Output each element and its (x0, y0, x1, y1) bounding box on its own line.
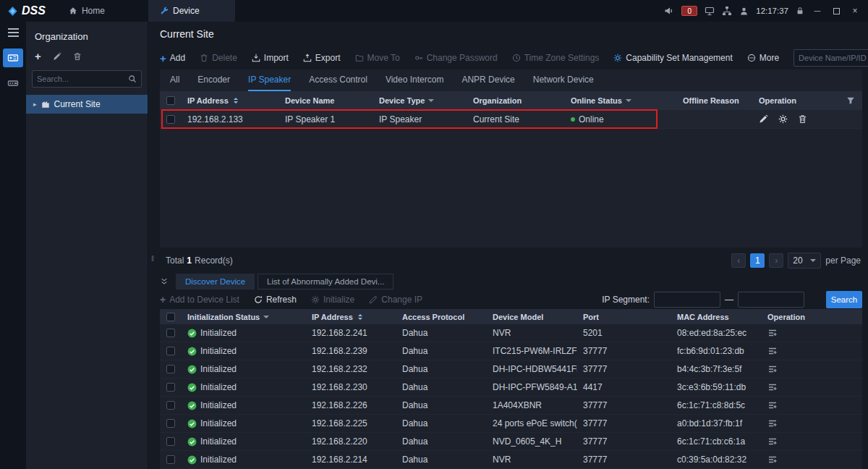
add-to-list-icon[interactable] (767, 455, 778, 465)
delete-button[interactable]: Delete (200, 53, 237, 63)
cell-port: 4417 (577, 382, 671, 392)
next-page-button[interactable]: › (769, 253, 783, 268)
add-to-list-icon[interactable] (767, 346, 778, 356)
col-online-status[interactable]: Online Status (565, 96, 677, 105)
panel-resize-handle[interactable]: ‖ (151, 255, 154, 263)
tab-encoder[interactable]: Encoder (197, 69, 230, 91)
discover-table-row[interactable]: Initialized192.168.2.226Dahua1A404XBNR37… (160, 397, 862, 415)
add-button[interactable]: + Add (160, 53, 185, 64)
cell-ip-address: 192.168.2.214 (306, 455, 396, 465)
row-checkbox[interactable] (166, 365, 175, 373)
col-device-name: Device Name (279, 96, 373, 105)
add-to-list-icon[interactable] (767, 418, 778, 428)
device-search-input[interactable] (799, 54, 868, 62)
import-button[interactable]: Import (252, 53, 289, 63)
discover-search-button[interactable]: Search (826, 291, 862, 308)
org-edit-icon[interactable] (53, 52, 61, 61)
device-config-icon[interactable] (778, 114, 788, 124)
row-checkbox[interactable] (166, 419, 175, 428)
tab-video-intercom[interactable]: Video Intercom (386, 69, 444, 91)
tab-access-control[interactable]: Access Control (309, 69, 367, 91)
device-page: Current Site + Add Delete Import (148, 22, 868, 469)
per-page-select[interactable]: 20 (788, 253, 821, 269)
discover-table-row[interactable]: Initialized192.168.2.230DahuaDH-IPC-PFW5… (160, 379, 862, 397)
ip-segment-start-input[interactable] (654, 292, 720, 308)
add-to-list-icon[interactable] (767, 364, 778, 374)
discover-table-row[interactable]: Initialized192.168.2.225Dahua24 ports eP… (160, 415, 862, 433)
col-initialization-status[interactable]: Initialization Status (182, 313, 306, 321)
edit-icon[interactable] (759, 114, 768, 124)
ip-segment-end-input[interactable] (738, 292, 804, 308)
tab-all[interactable]: All (170, 69, 179, 91)
org-add-icon[interactable]: + (35, 51, 41, 62)
tab-device[interactable]: Device (148, 0, 235, 22)
tab-home[interactable]: Home (57, 0, 116, 22)
tab-discover-device[interactable]: Discover Device (176, 274, 255, 290)
row-checkbox[interactable] (166, 383, 175, 392)
delete-icon[interactable] (798, 114, 807, 124)
alarm-count-badge[interactable]: 0 (681, 6, 697, 16)
lock-icon[interactable] (796, 7, 804, 15)
discover-table-row[interactable]: Initialized192.168.2.232DahuaDH-IPC-HDBW… (160, 360, 862, 379)
more-button[interactable]: More (747, 53, 779, 63)
change-ip-button[interactable]: Change IP (369, 295, 422, 305)
maximize-button[interactable] (830, 8, 842, 14)
close-button[interactable]: × (849, 6, 861, 16)
org-search-input[interactable] (37, 75, 125, 83)
row-checkbox[interactable] (166, 347, 175, 355)
discover-table-row[interactable]: Initialized192.168.2.241DahuaNVR520108:e… (160, 324, 862, 342)
export-button[interactable]: Export (303, 53, 341, 63)
monitor-icon[interactable] (705, 6, 715, 16)
tab-abnormally-added-devices[interactable]: List of Abnormally Added Devi... (258, 274, 393, 290)
menu-hamburger-icon[interactable] (8, 28, 19, 37)
add-to-list-icon[interactable] (767, 400, 778, 410)
tab-anpr-device[interactable]: ANPR Device (461, 69, 514, 91)
cell-device-model: ITC215-PW6M-IRLZF-B (487, 346, 577, 356)
tree-expand-caret-icon[interactable]: ▸ (33, 101, 37, 108)
row-checkbox[interactable] (166, 455, 175, 464)
device-table-row[interactable]: 192.168.2.133IP Speaker 1IP SpeakerCurre… (160, 110, 862, 129)
nav-device-item[interactable] (3, 48, 23, 67)
prev-page-button[interactable]: ‹ (731, 253, 746, 268)
filter-icon[interactable] (846, 96, 862, 105)
sort-icon[interactable] (234, 96, 238, 106)
org-delete-icon[interactable] (73, 52, 82, 61)
select-all-checkbox[interactable] (166, 313, 175, 321)
collapse-chevron-icon[interactable] (160, 277, 169, 286)
row-checkbox[interactable] (166, 115, 175, 124)
time-zone-settings-button[interactable]: Time Zone Settings (512, 53, 600, 63)
minimize-button[interactable]: ─ (812, 6, 823, 16)
discover-table-row[interactable]: Initialized192.168.2.214DahuaNVR37777c0:… (160, 451, 862, 469)
col-ip-address[interactable]: IP Address (306, 312, 396, 322)
capability-set-management-button[interactable]: Capability Set Management (613, 53, 732, 63)
row-checkbox[interactable] (166, 401, 175, 410)
page-1-button[interactable]: 1 (750, 253, 765, 268)
discover-table-row[interactable]: Initialized192.168.2.239DahuaITC215-PW6M… (160, 342, 862, 360)
col-ip-address[interactable]: IP Address (182, 96, 279, 106)
dropdown-caret-icon[interactable] (263, 316, 269, 321)
alarm-speaker-icon[interactable] (664, 6, 674, 16)
tab-network-device[interactable]: Network Device (533, 69, 594, 91)
move-to-button[interactable]: Move To (355, 53, 400, 63)
refresh-button[interactable]: Refresh (254, 295, 297, 305)
select-all-checkbox[interactable] (166, 96, 175, 105)
user-icon[interactable] (739, 7, 749, 16)
sort-icon[interactable] (358, 312, 362, 322)
tab-ip-speaker[interactable]: IP Speaker (248, 69, 291, 91)
dropdown-caret-icon[interactable] (626, 99, 631, 105)
add-to-list-icon[interactable] (767, 328, 778, 338)
topology-icon[interactable] (722, 6, 732, 16)
initialize-button[interactable]: Initialize (311, 295, 354, 305)
tree-item-current-site[interactable]: ▸ Current Site (26, 95, 148, 114)
discover-table-row[interactable]: Initialized192.168.2.220DahuaNVD_0605_4K… (160, 433, 862, 451)
change-password-button[interactable]: Change Password (414, 53, 498, 63)
add-to-device-list-button[interactable]: + Add to Device List (160, 295, 239, 305)
row-checkbox[interactable] (166, 437, 175, 446)
add-to-list-icon[interactable] (767, 382, 778, 392)
search-icon[interactable] (128, 75, 137, 83)
col-device-type[interactable]: Device Type (373, 96, 467, 105)
dropdown-caret-icon[interactable] (428, 99, 434, 105)
add-to-list-icon[interactable] (767, 436, 778, 447)
nav-nvr-item[interactable] (3, 74, 23, 93)
row-checkbox[interactable] (166, 329, 175, 337)
